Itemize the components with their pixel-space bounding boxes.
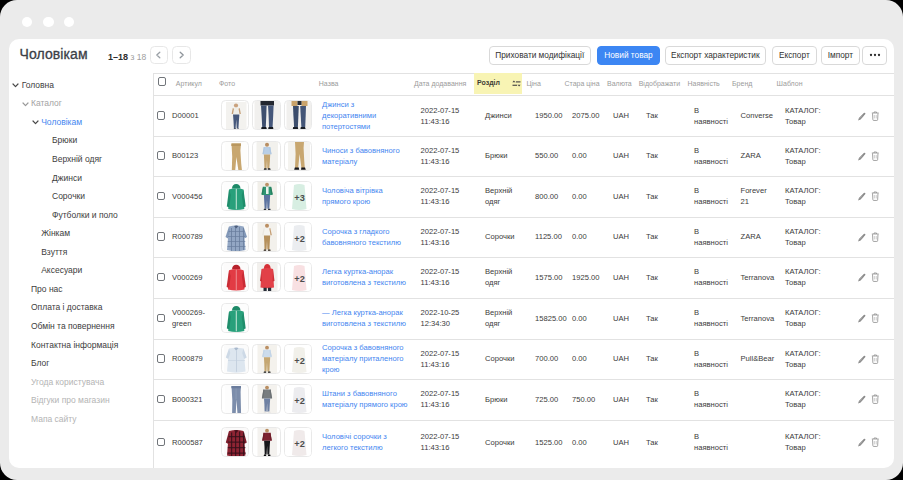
svg-text:+3: +3 (294, 193, 304, 203)
svg-text:+2: +2 (294, 396, 304, 406)
svg-text:+2: +2 (294, 274, 304, 284)
svg-text:+2: +2 (294, 234, 304, 244)
svg-text:+2: +2 (294, 439, 304, 449)
svg-text:+2: +2 (294, 356, 304, 366)
